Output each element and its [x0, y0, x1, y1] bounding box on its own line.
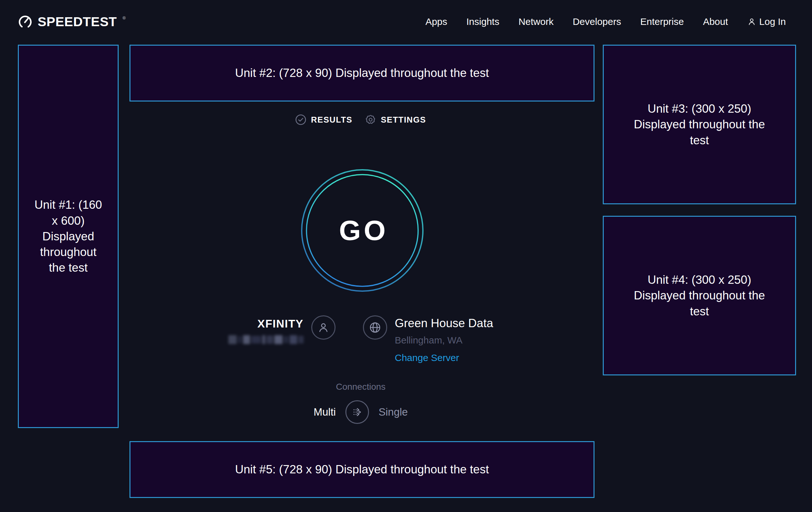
multi-arrows-icon: [350, 405, 364, 419]
ad-unit-1-skyscraper[interactable]: Unit #1: (160 x 600) Displayed throughou…: [18, 45, 119, 428]
tabs-row: RESULTS SETTINGS: [119, 114, 603, 125]
connections-mode-row: Multi Single: [314, 400, 408, 424]
speedometer-gauge-icon: [18, 15, 32, 29]
ad-unit-5-text: Unit #5: (728 x 90) Displayed throughout…: [235, 462, 489, 477]
main-navigation: Apps Insights Network Developers Enterpr…: [426, 16, 786, 27]
connections-label: Connections: [336, 382, 385, 392]
ad-unit-2-leaderboard[interactable]: Unit #2: (728 x 90) Displayed throughout…: [129, 45, 594, 102]
connections-section: Connections Multi Single: [119, 382, 603, 424]
tab-results[interactable]: RESULTS: [295, 114, 352, 125]
ad-unit-2-text: Unit #2: (728 x 90) Displayed throughout…: [235, 65, 489, 81]
mode-multi-label[interactable]: Multi: [314, 406, 336, 418]
server-location: Bellingham, WA: [395, 335, 462, 346]
nav-item-network[interactable]: Network: [519, 16, 554, 27]
ad-unit-3-text: Unit #3: (300 x 250) Displayed throughou…: [629, 101, 770, 148]
gear-icon: [365, 114, 376, 125]
nav-item-insights[interactable]: Insights: [466, 16, 499, 27]
nav-item-enterprise[interactable]: Enterprise: [640, 16, 684, 27]
check-circle-icon: [295, 114, 306, 125]
server-name: Green House Data: [395, 317, 493, 330]
nav-item-apps[interactable]: Apps: [426, 16, 447, 27]
go-label: GO: [300, 168, 424, 292]
ad-unit-5-leaderboard[interactable]: Unit #5: (728 x 90) Displayed throughout…: [129, 441, 594, 498]
ad-unit-3-rectangle[interactable]: Unit #3: (300 x 250) Displayed throughou…: [603, 45, 796, 204]
isp-name: XFINITY: [257, 317, 303, 330]
connections-toggle-button[interactable]: [345, 400, 369, 424]
tab-settings[interactable]: SETTINGS: [365, 114, 426, 125]
connection-info-row: XFINITY: [119, 315, 603, 363]
logo-wordmark: SPEEDTEST: [38, 15, 117, 29]
user-icon: [747, 17, 756, 26]
tab-settings-label: SETTINGS: [381, 115, 426, 125]
ad-unit-1-text: Unit #1: (160 x 600) Displayed throughou…: [32, 197, 104, 275]
nav-item-developers[interactable]: Developers: [573, 16, 621, 27]
change-server-link[interactable]: Change Server: [395, 352, 459, 363]
ad-unit-4-rectangle[interactable]: Unit #4: (300 x 250) Displayed throughou…: [603, 216, 796, 375]
go-button[interactable]: GO: [300, 168, 424, 292]
top-nav-bar: SPEEDTEST ® Apps Insights Network Develo…: [0, 0, 812, 44]
login-button[interactable]: Log In: [747, 16, 786, 27]
isp-avatar: [311, 315, 336, 340]
nav-item-about[interactable]: About: [703, 16, 728, 27]
login-label: Log In: [759, 16, 786, 27]
server-info: Green House Data Bellingham, WA Change S…: [395, 315, 493, 363]
trademark-symbol: ®: [122, 16, 126, 20]
redacted-ip-address: [228, 334, 303, 345]
ad-unit-4-text: Unit #4: (300 x 250) Displayed throughou…: [629, 272, 770, 319]
isp-info: XFINITY: [228, 315, 303, 345]
tab-results-label: RESULTS: [311, 115, 352, 125]
server-globe-badge: [363, 315, 387, 340]
globe-icon: [368, 321, 382, 334]
speedtest-logo[interactable]: SPEEDTEST ®: [18, 15, 125, 29]
mode-single-label[interactable]: Single: [379, 406, 408, 418]
speedtest-page: SPEEDTEST ® Apps Insights Network Develo…: [0, 0, 812, 512]
person-icon: [317, 321, 330, 334]
